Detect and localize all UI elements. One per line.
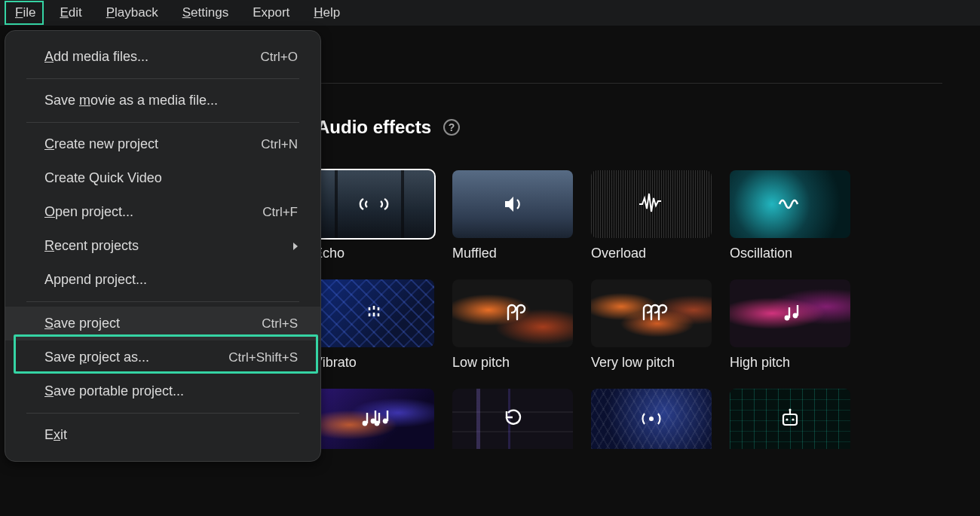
effect-thumbnail[interactable] [314, 389, 434, 449]
menu-item-shortcut: Ctrl+F [262, 205, 298, 220]
effect-tile-high-pitch[interactable]: High pitch [730, 279, 850, 371]
effect-thumbnail[interactable] [314, 170, 434, 238]
effect-thumbnail[interactable] [591, 389, 712, 449]
menu-item-open-project[interactable]: Open project...Ctrl+F [5, 195, 320, 229]
menu-item-shortcut: Ctrl+N [261, 137, 298, 152]
effect-label: Oscillation [730, 246, 850, 261]
echo-icon [357, 192, 390, 216]
menu-item-label: Create Quick Video [44, 170, 162, 186]
dropdown-separator [26, 78, 299, 79]
robot-icon [773, 407, 807, 431]
menu-item-recent-projects[interactable]: Recent projects [5, 229, 320, 263]
menu-item-label: Create new project [44, 136, 158, 152]
broadcast-icon [635, 407, 668, 431]
dropdown-separator [26, 413, 299, 414]
menubar: File Edit Playback Settings Export Help [0, 0, 980, 26]
menu-item-save-project-as[interactable]: Save project as...Ctrl+Shift+S [5, 340, 320, 374]
osc-icon [773, 192, 807, 216]
effect-thumbnail[interactable] [314, 279, 434, 347]
dropdown-separator [26, 301, 299, 302]
menu-edit[interactable]: Edit [47, 2, 93, 23]
menu-export[interactable]: Export [240, 2, 302, 23]
menu-help[interactable]: Help [302, 2, 352, 23]
menu-item-label: Exit [44, 427, 67, 443]
menu-item-shortcut: Ctrl+S [262, 316, 298, 331]
effect-tile-oscillation[interactable]: Oscillation [730, 170, 850, 261]
menu-item-label: Save movie as a media file... [44, 93, 218, 108]
menu-item-append-project[interactable]: Append project... [5, 263, 320, 297]
effect-tile-robot[interactable] [730, 389, 850, 449]
menu-item-save-movie-as-a-media-file[interactable]: Save movie as a media file... [5, 84, 320, 118]
help-icon[interactable]: ? [443, 119, 460, 136]
effect-tile-overload[interactable]: Overload [591, 170, 712, 261]
menu-item-label: Save project as... [44, 350, 149, 365]
rho2-icon [496, 301, 529, 325]
effect-label: Low pitch [452, 355, 573, 371]
effect-tile-low-pitch[interactable]: Low pitch [452, 279, 573, 371]
file-dropdown: Add media files...Ctrl+OSave movie as a … [5, 30, 321, 462]
note2-icon [773, 301, 807, 325]
menu-item-label: Add media files... [44, 49, 149, 65]
effect-label: Overload [591, 246, 712, 261]
effect-label: High pitch [730, 355, 850, 371]
menu-file[interactable]: File [3, 2, 47, 23]
dropdown-separator [26, 122, 299, 123]
effects-grid: EchoMuffledOverloadOscillationVibratoLow… [314, 170, 850, 449]
effect-thumbnail[interactable] [730, 279, 850, 347]
effect-thumbnail[interactable] [730, 389, 850, 449]
effect-thumbnail[interactable] [591, 170, 712, 238]
menu-item-label: Save project [44, 316, 120, 331]
muffled-icon [496, 192, 529, 216]
effect-tile-note3[interactable] [314, 389, 434, 449]
section-header: Audio effects ? [317, 117, 942, 138]
effect-tile-echo[interactable]: Echo [314, 170, 434, 261]
menu-item-add-media-files[interactable]: Add media files...Ctrl+O [5, 40, 320, 74]
rho3-icon [635, 301, 668, 325]
effect-tile-muffled[interactable]: Muffled [452, 170, 573, 261]
menu-item-create-quick-video[interactable]: Create Quick Video [5, 161, 320, 195]
effect-label: Echo [314, 246, 434, 261]
vibrato-icon [357, 301, 390, 325]
menu-settings[interactable]: Settings [170, 2, 240, 23]
menu-item-shortcut: Ctrl+O [260, 50, 298, 65]
effect-tile-cycle[interactable] [452, 389, 573, 449]
effect-label: Very low pitch [591, 355, 712, 371]
effect-thumbnail[interactable] [452, 389, 573, 449]
menu-item-save-project[interactable]: Save projectCtrl+S [5, 307, 320, 340]
effect-label: Muffled [452, 246, 573, 261]
menu-item-label: Append project... [44, 272, 147, 288]
submenu-arrow-icon [293, 243, 298, 250]
effect-thumbnail[interactable] [452, 170, 573, 238]
menu-item-label: Recent projects [44, 238, 139, 254]
menu-item-save-portable-project[interactable]: Save portable project... [5, 374, 320, 408]
effect-label: Vibrato [314, 355, 434, 371]
effect-tile-very-low-pitch[interactable]: Very low pitch [591, 279, 712, 371]
note3-icon [357, 407, 390, 431]
effect-thumbnail[interactable] [591, 279, 712, 347]
wave-icon [635, 192, 668, 216]
effect-tile-vibrato[interactable]: Vibrato [314, 279, 434, 371]
cycle-icon [496, 407, 529, 431]
effect-thumbnail[interactable] [452, 279, 573, 347]
effect-thumbnail[interactable] [730, 170, 850, 238]
menu-item-exit[interactable]: Exit [5, 418, 320, 452]
menu-item-label: Save portable project... [44, 383, 184, 399]
menu-playback[interactable]: Playback [94, 2, 170, 23]
section-title: Audio effects [317, 117, 431, 138]
menu-item-shortcut: Ctrl+Shift+S [228, 350, 298, 365]
menu-item-create-new-project[interactable]: Create new projectCtrl+N [5, 127, 320, 161]
menu-item-label: Open project... [44, 204, 133, 220]
effect-tile-broadcast[interactable] [591, 389, 712, 449]
